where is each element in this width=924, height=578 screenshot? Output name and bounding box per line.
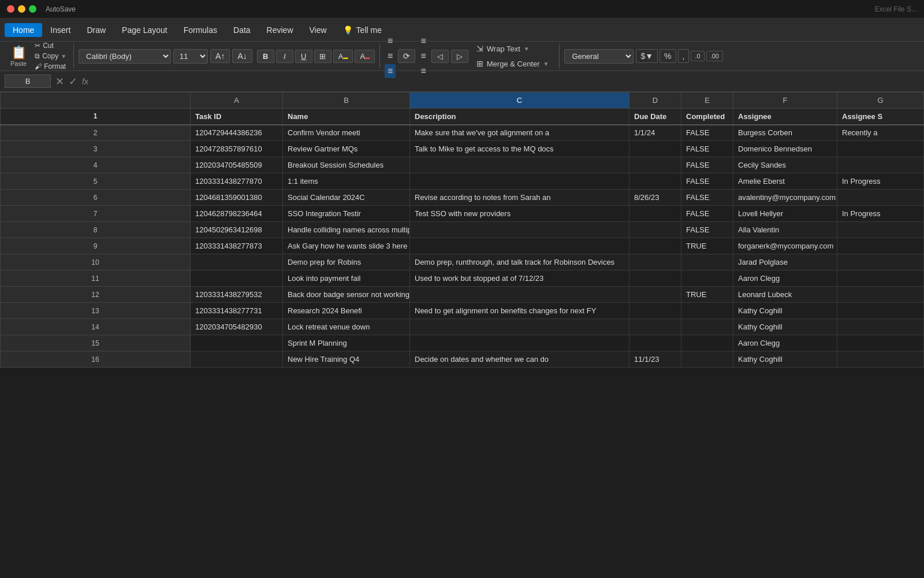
- cell-e[interactable]: [681, 271, 733, 287]
- menu-formulas[interactable]: Formulas: [176, 23, 225, 37]
- cell-f[interactable]: Aaron Clegg: [733, 335, 837, 351]
- cell-c[interactable]: [410, 319, 629, 335]
- cell-a[interactable]: 1203331438277731: [191, 303, 283, 319]
- col-header-g[interactable]: G: [837, 92, 924, 109]
- underline-button[interactable]: U: [295, 50, 312, 63]
- cell-b[interactable]: Demo prep for Robins: [283, 254, 410, 271]
- cell-f[interactable]: Kathy Coghill: [733, 303, 837, 319]
- cell-g[interactable]: [837, 141, 924, 157]
- align-top-button[interactable]: ≡: [385, 34, 396, 48]
- cell-c[interactable]: Make sure that we've got alignment on a: [410, 125, 629, 141]
- cell-f[interactable]: Amelie Eberst: [733, 173, 837, 190]
- cell-b[interactable]: Look into payment fail: [283, 271, 410, 287]
- cell-b[interactable]: Back door badge sensor not working: [283, 287, 410, 303]
- comma-button[interactable]: ,: [678, 49, 690, 63]
- cell-g[interactable]: In Progress: [837, 206, 924, 222]
- cell-a[interactable]: 1202034705482930: [191, 319, 283, 335]
- maximize-button[interactable]: [29, 5, 36, 13]
- cell-e[interactable]: FALSE: [681, 125, 733, 141]
- cell-b[interactable]: Lock retreat venue down: [283, 319, 410, 335]
- currency-button[interactable]: $▼: [636, 49, 658, 63]
- cell-g[interactable]: [837, 190, 924, 206]
- cell-a[interactable]: 1202034705485509: [191, 157, 283, 173]
- menu-view[interactable]: View: [301, 23, 335, 37]
- cancel-formula-button[interactable]: ✕: [55, 75, 64, 88]
- cell-g[interactable]: [837, 303, 924, 319]
- cell-g[interactable]: [837, 254, 924, 271]
- cell-g[interactable]: [837, 157, 924, 173]
- header-assignee-status[interactable]: Assignee S: [837, 109, 924, 125]
- cell-f[interactable]: Kathy Coghill: [733, 351, 837, 368]
- decrease-font-button[interactable]: A↓: [232, 49, 252, 63]
- confirm-formula-button[interactable]: ✓: [69, 75, 77, 88]
- cell-c[interactable]: [410, 157, 629, 173]
- cell-d[interactable]: [629, 222, 681, 238]
- cell-c[interactable]: [410, 238, 629, 254]
- cell-f[interactable]: Leonard Lubeck: [733, 287, 837, 303]
- align-bottom-button[interactable]: ≡: [385, 64, 396, 78]
- cell-a[interactable]: [191, 335, 283, 351]
- header-due-date[interactable]: Due Date: [629, 109, 681, 125]
- header-task-id[interactable]: Task ID: [191, 109, 283, 125]
- col-header-e[interactable]: E: [681, 92, 733, 109]
- function-wizard-button[interactable]: fx: [82, 77, 88, 86]
- header-completed[interactable]: Completed: [681, 109, 733, 125]
- cell-b[interactable]: Sprint M Planning: [283, 335, 410, 351]
- cell-c[interactable]: Need to get alignment on benefits change…: [410, 303, 629, 319]
- cell-e[interactable]: FALSE: [681, 173, 733, 190]
- font-color-button[interactable]: A▬: [355, 50, 375, 63]
- fill-color-button[interactable]: A▬: [333, 50, 353, 63]
- cell-e[interactable]: FALSE: [681, 141, 733, 157]
- font-size-selector[interactable]: 11: [173, 49, 208, 64]
- cell-a[interactable]: 1203331438277870: [191, 173, 283, 190]
- cell-c[interactable]: [410, 222, 629, 238]
- increase-indent-button[interactable]: ▷: [451, 50, 468, 63]
- cell-e[interactable]: [681, 351, 733, 368]
- cell-e[interactable]: TRUE: [681, 238, 733, 254]
- cell-e[interactable]: [681, 254, 733, 271]
- cell-f[interactable]: Cecily Sandes: [733, 157, 837, 173]
- cell-a[interactable]: [191, 254, 283, 271]
- copy-button[interactable]: ⧉ Copy ▼: [32, 51, 69, 61]
- cell-d[interactable]: [629, 173, 681, 190]
- cell-d[interactable]: [629, 206, 681, 222]
- align-center-button[interactable]: ≡: [418, 49, 429, 63]
- col-header-d[interactable]: D: [629, 92, 681, 109]
- name-box[interactable]: B: [5, 75, 51, 88]
- cell-a[interactable]: 1204628798236464: [191, 206, 283, 222]
- cell-g[interactable]: [837, 238, 924, 254]
- header-description[interactable]: Description: [410, 109, 629, 125]
- cell-c[interactable]: [410, 335, 629, 351]
- menu-tell-me[interactable]: 💡 Tell me: [335, 23, 390, 37]
- cell-a[interactable]: 1204728357897610: [191, 141, 283, 157]
- cell-a[interactable]: 1203331438277873: [191, 238, 283, 254]
- col-header-b[interactable]: B: [283, 92, 410, 109]
- cell-b[interactable]: Research 2024 Benefi: [283, 303, 410, 319]
- cell-g[interactable]: [837, 271, 924, 287]
- cell-e[interactable]: FALSE: [681, 190, 733, 206]
- cell-d[interactable]: [629, 141, 681, 157]
- menu-insert[interactable]: Insert: [42, 23, 79, 37]
- col-header-a[interactable]: A: [191, 92, 283, 109]
- cell-g[interactable]: [837, 335, 924, 351]
- cell-e[interactable]: TRUE: [681, 287, 733, 303]
- cell-d[interactable]: [629, 271, 681, 287]
- cell-b[interactable]: 1:1 items: [283, 173, 410, 190]
- cell-b[interactable]: Breakout Session Schedules: [283, 157, 410, 173]
- number-format-selector[interactable]: General: [564, 49, 634, 64]
- cell-f[interactable]: avalentiny@mycompany.com: [733, 190, 837, 206]
- cell-d[interactable]: [629, 303, 681, 319]
- cell-b[interactable]: Social Calendar 2024C: [283, 190, 410, 206]
- cell-f[interactable]: forganerk@mycompany.com: [733, 238, 837, 254]
- cell-f[interactable]: Domenico Bennedsen: [733, 141, 837, 157]
- cell-c[interactable]: Demo prep, runthrough, and talk track fo…: [410, 254, 629, 271]
- cell-b[interactable]: Confirm Vendor meeti: [283, 125, 410, 141]
- align-middle-button[interactable]: ≡: [385, 49, 396, 63]
- cell-a[interactable]: 1204681359001380: [191, 190, 283, 206]
- cell-e[interactable]: FALSE: [681, 157, 733, 173]
- cell-d[interactable]: [629, 238, 681, 254]
- cell-g[interactable]: Recently a: [837, 125, 924, 141]
- header-name[interactable]: Name: [283, 109, 410, 125]
- cell-a[interactable]: [191, 351, 283, 368]
- cell-d[interactable]: 11/1/23: [629, 351, 681, 368]
